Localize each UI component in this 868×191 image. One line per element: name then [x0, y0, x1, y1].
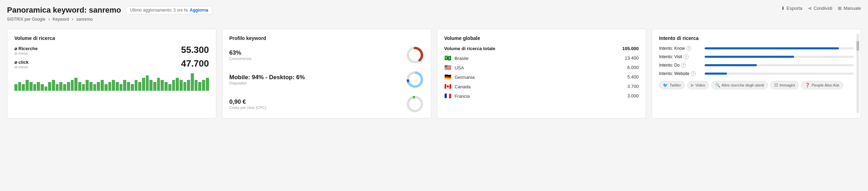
- tag-icon: 🐦: [663, 83, 668, 88]
- cpc-label: Costo per click (CPC): [229, 105, 267, 110]
- book-icon: ⊞: [838, 6, 842, 11]
- bar-item: [26, 80, 29, 91]
- bar-item: [161, 80, 164, 91]
- concorrenza-chart: [406, 46, 424, 64]
- bar-item: [105, 84, 108, 91]
- ricerche-sub: al mese: [14, 51, 209, 55]
- bar-item: [153, 82, 156, 91]
- country-name: 🇧🇷 Brasile: [444, 55, 469, 61]
- bar-item: [168, 84, 171, 91]
- bar-item: [97, 82, 100, 91]
- concorrenza-item: 63% Concorrenza: [229, 46, 424, 64]
- bar-item: [74, 78, 78, 91]
- esporta-icon: ⬇: [781, 6, 785, 11]
- bar-item: [48, 82, 51, 91]
- bar-item: [22, 84, 25, 91]
- tag-label: Twitter: [669, 83, 681, 87]
- help-icon[interactable]: ?: [686, 46, 691, 51]
- scrollbar-track[interactable]: [856, 34, 859, 113]
- esporta-button[interactable]: ⬇ Esporta: [781, 6, 802, 11]
- update-badge: Ultimo aggiornamento: 3 ore fa Aggiorna: [126, 6, 212, 14]
- bar-item: [142, 78, 145, 91]
- ricerche-value: 55.300: [181, 45, 209, 55]
- intento-bar-bg: [705, 47, 854, 49]
- tag-item[interactable]: 🖼 Immagini: [770, 81, 799, 89]
- help-icon[interactable]: ?: [681, 63, 686, 68]
- bar-item: [89, 82, 93, 91]
- bar-item: [187, 80, 190, 91]
- country-flag: 🇧🇷: [444, 55, 451, 61]
- bar-item: [86, 80, 89, 91]
- help-icon[interactable]: ?: [691, 71, 696, 76]
- bar-item: [123, 80, 126, 91]
- intento-row: Intento: Website ?: [659, 71, 854, 76]
- bar-item: [67, 82, 70, 91]
- bar-item: [191, 73, 194, 91]
- country-name: 🇩🇪 Germania: [444, 74, 475, 80]
- concorrenza-label: Concorrenza: [229, 56, 251, 61]
- bar-item: [71, 80, 74, 91]
- country-row: 🇧🇷 Brasile 13.400: [444, 55, 639, 61]
- intento-bar-bg: [705, 56, 854, 58]
- click-metric: ⌀ click 47.700 al mese: [14, 60, 209, 69]
- bar-item: [63, 84, 66, 91]
- bar-item: [135, 80, 138, 91]
- bar-item: [37, 82, 40, 91]
- bar-item: [149, 80, 153, 91]
- update-text: Ultimo aggiornamento: 3 ore fa: [130, 8, 188, 13]
- scrollbar-thumb[interactable]: [856, 41, 859, 51]
- bar-item: [101, 80, 104, 91]
- bar-item: [198, 82, 201, 91]
- intento-row: Intento: Do ?: [659, 63, 854, 68]
- click-sub: al mese: [14, 65, 209, 69]
- dispositivi-item: Mobile: 94% - Desktop: 6% Dispositivi: [229, 70, 424, 89]
- intento-bar-fill: [705, 73, 727, 75]
- global-total-row: Volume di ricerca totale 105.000: [444, 46, 639, 51]
- bar-item: [45, 87, 48, 91]
- cards-row: Volume di ricerca ⌀ Ricerche 55.300 al m…: [7, 29, 861, 118]
- country-row: 🇨🇦 Canada 3.700: [444, 83, 639, 90]
- bar-item: [176, 78, 179, 91]
- country-val: 5.400: [627, 74, 639, 80]
- page-title: Panoramica keyword: sanremo: [7, 6, 121, 15]
- tag-item[interactable]: 🐦 Twitter: [659, 81, 685, 89]
- tag-item[interactable]: ❓ People Also Ask: [801, 81, 843, 89]
- bar-item: [14, 84, 18, 91]
- country-val: 3.000: [627, 93, 639, 98]
- tag-item[interactable]: ▶ Video: [687, 81, 709, 89]
- intento-list: Intento: Know ? Intento: Visit ? Intento…: [659, 46, 854, 76]
- country-val: 3.700: [627, 84, 639, 89]
- tag-item[interactable]: 🔍 Altre ricerche degli utenti: [711, 81, 768, 89]
- bar-item: [183, 82, 187, 91]
- ricerche-metric: ⌀ Ricerche 55.300 al mese: [14, 46, 209, 55]
- aggiorna-button[interactable]: Aggiorna: [190, 8, 208, 13]
- bar-item: [157, 78, 160, 91]
- intento-bar-bg: [705, 64, 854, 66]
- bar-item: [18, 82, 21, 91]
- click-value: 47.700: [181, 58, 209, 69]
- bar-item: [112, 80, 115, 91]
- country-row: 🇺🇸 USA 6.000: [444, 64, 639, 71]
- intento-ricerca-card: Intento di ricerca Intento: Know ? Inten…: [652, 29, 861, 118]
- volume-globale-title: Volume globale: [444, 35, 639, 41]
- tag-icon: ▶: [691, 83, 694, 88]
- bar-item: [29, 82, 33, 91]
- intento-label: Intento: Know ?: [659, 46, 705, 51]
- help-icon[interactable]: ?: [684, 54, 688, 59]
- country-row: 🇩🇪 Germania 5.400: [444, 74, 639, 80]
- bar-item: [138, 82, 141, 91]
- profilo-keyword-card: Profilo keyword 63% Concorrenza: [222, 29, 431, 118]
- bar-item: [59, 82, 62, 91]
- dispositivi-pct: Mobile: 94% - Desktop: 6%: [229, 74, 305, 81]
- tag-label: Video: [695, 83, 705, 87]
- toolbar-right: ⬇ Esporta ⋖ Condividi ⊞ Manuale: [781, 6, 861, 11]
- bar-item: [93, 84, 96, 91]
- bar-item: [78, 82, 81, 91]
- profilo-title: Profilo keyword: [229, 35, 424, 41]
- condividi-button[interactable]: ⋖ Condividi: [808, 6, 832, 11]
- country-flag: 🇨🇦: [444, 83, 451, 89]
- dispositivi-chart: [406, 70, 424, 89]
- manuale-button[interactable]: ⊞ Manuale: [838, 6, 861, 11]
- click-label: ⌀ click: [14, 60, 29, 65]
- share-icon: ⋖: [808, 6, 812, 11]
